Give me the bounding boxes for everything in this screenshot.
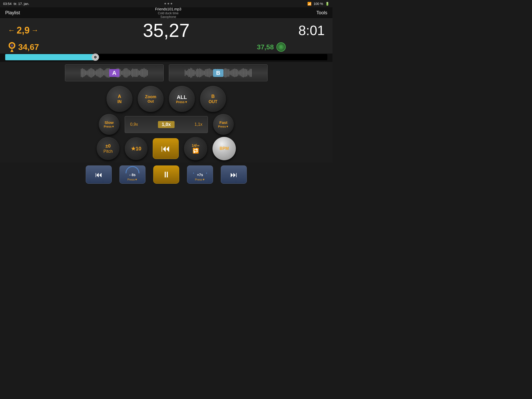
prev-track-button[interactable]: ⏮ (86, 165, 112, 184)
waveform-area: A B (0, 62, 332, 84)
rewind-button[interactable]: - 8s Press▼ (119, 165, 145, 184)
filename: Friends101.mp3 (155, 7, 181, 11)
status-date: tir. 17. jan. (14, 2, 29, 6)
forward-sublabel: Press▼ (195, 178, 205, 181)
top-nav: Playlist Friends101.mp3 Cold duck time S… (0, 7, 332, 19)
controls-row-3: ±0 Pitch ★10 ⏮ 14/∞ 🔁 BPM (5, 137, 327, 160)
waveform-a-label: A (109, 69, 119, 77)
battery-percent: 100 % (314, 2, 323, 6)
all-button[interactable]: ALL Press▼ (169, 86, 195, 112)
pause-button[interactable]: ⏸ (153, 165, 179, 184)
prev-track-icon: ⏮ (95, 170, 102, 179)
speed-slider[interactable]: 0,9x 1,0x 1,1x (125, 116, 208, 133)
marker-b-icon: B (276, 42, 286, 52)
status-bar: 03:54 tir. 17. jan. 📶 100 % 🔋 (0, 0, 332, 7)
controls-area: A IN Zoom Out ALL Press▼ B OUT Slow Pres… (0, 84, 332, 162)
b-out-button[interactable]: B OUT (200, 86, 226, 112)
progress-thumb[interactable] (92, 54, 99, 61)
dot2 (168, 3, 169, 4)
arrow-right-icon: → (31, 26, 38, 35)
bpm-knob[interactable]: BPM (212, 137, 236, 160)
controls-row-1: A IN Zoom Out ALL Press▼ B OUT (5, 86, 327, 112)
track-info: Friends101.mp3 Cold duck time Saxophone (155, 7, 181, 19)
bpm-label: BPM (220, 146, 229, 151)
pause-icon: ⏸ (162, 170, 170, 179)
star-value: ★10 (131, 145, 141, 152)
marker-a-display: A 34,67 (8, 42, 39, 52)
rewind-sublabel: Press▼ (127, 178, 137, 181)
forward-arc (192, 166, 208, 174)
current-time-value: 35,27 (143, 20, 190, 41)
svg-text:B: B (280, 45, 282, 49)
marker-a-value: 34,67 (18, 42, 39, 52)
loop-button[interactable]: 14/∞ 🔁 (184, 137, 207, 160)
forward-button[interactable]: +7s Press▼ (187, 165, 213, 184)
subtitle1: Cold duck time (155, 11, 181, 15)
speed-center-label: 1,0x (158, 121, 174, 128)
dot1 (164, 3, 166, 4)
marker-a-icon: A (8, 42, 16, 52)
progress-container[interactable] (0, 54, 332, 62)
tools-button[interactable]: Tools (316, 10, 327, 16)
waveform-a-box[interactable]: A (65, 64, 164, 81)
subtitle2: Saxophone (155, 15, 181, 19)
marker-b-display: 37,58 B (257, 42, 286, 52)
marker-area: A 34,67 37,58 B (0, 42, 332, 54)
svg-text:A: A (11, 44, 13, 47)
zoom-out-button[interactable]: Zoom Out (138, 86, 164, 112)
skip-start-icon: ⏮ (161, 143, 170, 154)
next-track-icon: ⏭ (230, 170, 237, 179)
total-time-value: 8:01 (298, 23, 325, 38)
rewind-arc (125, 166, 140, 174)
next-track-button[interactable]: ⏭ (221, 165, 247, 184)
time-display: ← 2,9 → 35,27 8:01 (0, 19, 332, 42)
pitch-button[interactable]: ±0 Pitch (97, 137, 119, 160)
controls-row-2: Slow Press▼ 0,9x 1,0x 1,1x Fast Press▼ (5, 114, 327, 135)
current-time-display: 35,27 (143, 20, 190, 41)
speed-left-label: 0,9x (130, 122, 138, 127)
waveform-b-label: B (213, 69, 223, 77)
status-time: 03:54 (3, 2, 12, 6)
loop-width-value: 2,9 (17, 25, 30, 36)
battery-icon: 🔋 (325, 2, 329, 6)
loop-width-display: ← 2,9 → (8, 25, 38, 36)
arrow-left-icon: ← (8, 26, 15, 35)
bottom-nav-row: ⏮ - 8s Press▼ ⏸ +7s Press▼ ⏭ (0, 163, 332, 187)
speed-right-label: 1,1x (195, 122, 202, 127)
waveform-b-box[interactable]: B (169, 64, 268, 81)
progress-track[interactable] (5, 54, 327, 60)
a-in-button[interactable]: A IN (107, 86, 132, 112)
star-button[interactable]: ★10 (125, 137, 148, 160)
total-time-display: 8:01 (298, 23, 325, 38)
playlist-button[interactable]: Playlist (5, 10, 20, 16)
loop-icon: 🔁 (192, 148, 199, 154)
wifi-icon: 📶 (307, 2, 311, 6)
loop-fraction: 14/∞ (192, 143, 199, 148)
marker-b-value: 37,58 (257, 43, 274, 51)
slow-button[interactable]: Slow Press▼ (99, 114, 119, 135)
fast-button[interactable]: Fast Press▼ (213, 114, 234, 135)
dot3 (171, 3, 172, 4)
skip-to-start-button[interactable]: ⏮ (153, 138, 179, 159)
progress-fill (5, 54, 95, 60)
